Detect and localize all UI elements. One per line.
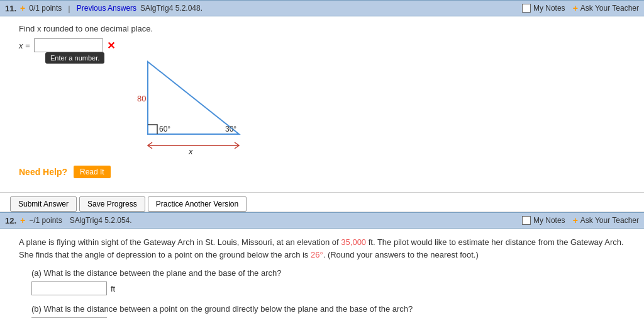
my-notes-label-11: My Notes: [533, 4, 565, 13]
x-input-11[interactable]: [34, 38, 103, 52]
question-11-header-right: My Notes + Ask Your Teacher: [522, 3, 639, 13]
ask-teacher-label-12: Ask Your Teacher: [580, 216, 639, 225]
question-12-number: 12.: [5, 216, 16, 225]
sub-a-input[interactable]: [31, 281, 107, 295]
source-12: SAlgTrig4 5.2.054.: [70, 216, 132, 225]
question-11-header: 11. + 0/1 points | Previous Answers SAlg…: [0, 0, 644, 16]
question-11-points: 0/1 points: [29, 4, 62, 13]
x-label-11: x =: [19, 41, 30, 50]
input-row-11: x = ✕ Enter a number.: [19, 38, 634, 52]
question-12-points: −/1 points: [29, 216, 62, 225]
problem-desc-12: A plane is flying within sight of the Ga…: [19, 236, 634, 261]
submit-btn-11[interactable]: Submit Answer: [10, 196, 77, 212]
need-help-label-11: Need Help?: [19, 167, 67, 177]
notes-checkbox-11[interactable]: [522, 4, 531, 13]
side-80-label: 80: [137, 94, 146, 103]
plus-ask-12: +: [573, 215, 578, 225]
sub-a-text: (a) What is the distance between the pla…: [31, 268, 634, 278]
question-12-header-right: My Notes + Ask Your Teacher: [522, 215, 639, 225]
question-12-header-left: 12. + −/1 points SAlgTrig4 5.2.054.: [5, 215, 132, 225]
question-12-container: 12. + −/1 points SAlgTrig4 5.2.054. My N…: [0, 212, 644, 318]
ask-teacher-btn-12[interactable]: + Ask Your Teacher: [573, 215, 639, 225]
problem-p1-12: A plane is flying within sight of the Ga…: [19, 237, 341, 247]
ask-teacher-btn-11[interactable]: + Ask Your Teacher: [573, 3, 639, 13]
plus-icon-11: +: [20, 3, 25, 13]
question-12-content: A plane is flying within sight of the Ga…: [0, 229, 644, 318]
notes-checkbox-12[interactable]: [522, 216, 531, 225]
problem-text-11: Find x rounded to one decimal place.: [19, 24, 634, 33]
sub-question-a: (a) What is the distance between the pla…: [19, 268, 634, 295]
ask-teacher-label-11: Ask Your Teacher: [580, 4, 639, 13]
error-icon-11: ✕: [107, 40, 115, 52]
prev-answers-link-11[interactable]: Previous Answers: [77, 4, 136, 13]
triangle-shape: [148, 62, 239, 134]
plus-icon-12: +: [20, 215, 25, 225]
angle-30-label: 30°: [225, 125, 236, 133]
triangle-svg: 80 60° 30° x: [44, 59, 245, 156]
problem-p3-12: . (Round your answers to the nearest foo…: [323, 250, 479, 259]
question-11-number: 11.: [5, 4, 16, 13]
my-notes-btn-11[interactable]: My Notes: [522, 4, 565, 13]
right-angle-marker: [148, 125, 157, 134]
sub-a-unit: ft: [111, 284, 115, 293]
elevation-12: 35,000: [341, 237, 366, 247]
read-it-btn-11[interactable]: Read It: [74, 166, 111, 178]
question-11-header-left: 11. + 0/1 points | Previous Answers SAlg…: [5, 3, 203, 13]
separator-11: |: [68, 4, 70, 13]
question-11-content: Find x rounded to one decimal place. x =…: [0, 16, 644, 192]
diagram-11: 80 60° 30° x: [44, 59, 245, 159]
practice-btn-11[interactable]: Practice Another Version: [148, 196, 247, 212]
sub-b-text: (b) What is the distance between a point…: [31, 304, 634, 314]
angle-60-label: 60°: [159, 125, 170, 133]
sub-question-b: (b) What is the distance between a point…: [19, 304, 634, 318]
sub-a-input-row: ft: [31, 281, 634, 295]
plus-ask-11: +: [573, 3, 578, 13]
angle-12: 26°: [311, 250, 323, 259]
need-help-row-11: Need Help? Read It: [19, 166, 634, 178]
question-11-container: 11. + 0/1 points | Previous Answers SAlg…: [0, 0, 644, 212]
question-12-header: 12. + −/1 points SAlgTrig4 5.2.054. My N…: [0, 212, 644, 229]
my-notes-label-12: My Notes: [533, 216, 565, 225]
action-buttons-11: Submit Answer Save Progress Practice Ano…: [0, 192, 644, 212]
my-notes-btn-12[interactable]: My Notes: [522, 216, 565, 225]
source-11: SAlgTrig4 5.2.048.: [140, 4, 203, 13]
save-btn-11[interactable]: Save Progress: [79, 196, 145, 212]
x-arrow-label: x: [188, 147, 193, 156]
